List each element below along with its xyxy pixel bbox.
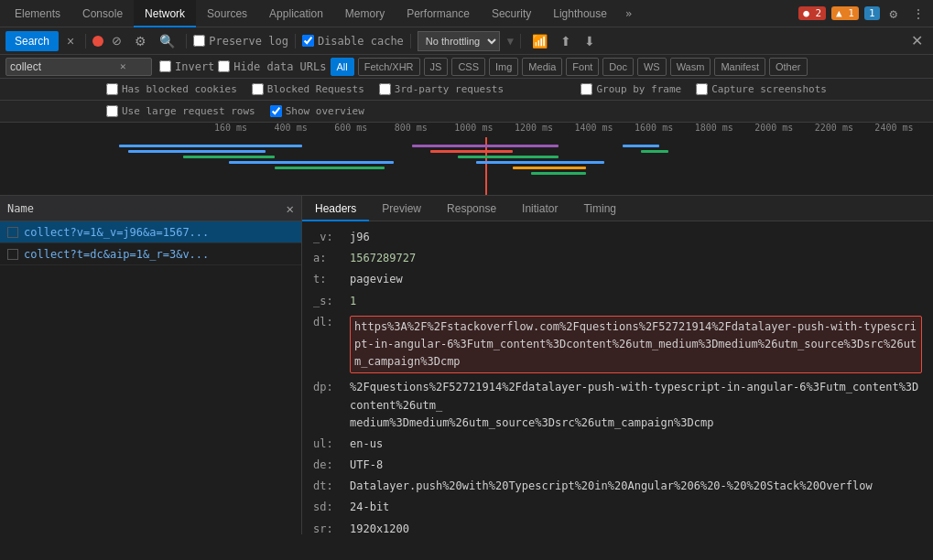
- export-icon[interactable]: ⬇: [580, 33, 600, 49]
- request-item-2[interactable]: collect?t=dc&aip=1&_r=3&v...: [0, 243, 301, 265]
- param-key-a: a:: [313, 250, 350, 267]
- timeline-bar-3: [183, 156, 275, 158]
- request-item-1[interactable]: collect?v=1&_v=j96&a=1567...: [0, 221, 301, 243]
- close-panel-icon[interactable]: ✕: [906, 32, 928, 50]
- hide-data-urls-checkbox[interactable]: [218, 60, 230, 72]
- tab-lighthouse[interactable]: Lighthouse: [542, 0, 618, 27]
- timeline-bar-9: [476, 161, 604, 164]
- type-fetch-xhr[interactable]: Fetch/XHR: [358, 58, 420, 76]
- tab-network[interactable]: Network: [134, 0, 196, 27]
- type-manifest[interactable]: Manifest: [714, 58, 765, 76]
- network-toolbar: Search × ⊘ ⚙ 🔍 Preserve log Disable cach…: [0, 27, 933, 55]
- filter-button[interactable]: ⚙: [130, 33, 151, 49]
- blocked-requests-checkbox[interactable]: [252, 83, 264, 95]
- tab-security[interactable]: Security: [481, 0, 542, 27]
- invert-checkbox[interactable]: [159, 60, 171, 72]
- type-ws[interactable]: WS: [637, 58, 667, 76]
- param-key-dl: dl:: [313, 314, 350, 331]
- param-val-a: 1567289727: [350, 250, 416, 267]
- search-button[interactable]: Search: [5, 31, 59, 51]
- timeline-bar-12: [623, 145, 659, 147]
- preserve-log-label: Preserve log: [209, 35, 288, 48]
- more-tabs-icon[interactable]: »: [618, 7, 639, 20]
- param-row-dt: dt: Datalayer.push%20with%20Typescript%2…: [313, 476, 922, 497]
- request-checkbox-1[interactable]: [7, 227, 18, 238]
- import-icon[interactable]: ⬆: [556, 33, 576, 49]
- type-wasm[interactable]: Wasm: [670, 58, 711, 76]
- timeline-label-1800: 1800 ms: [693, 123, 754, 137]
- clear-button[interactable]: ⊘: [107, 33, 126, 48]
- param-val-s: 1: [350, 293, 356, 310]
- tab-console[interactable]: Console: [71, 0, 134, 27]
- timeline-label-1600: 1600 ms: [633, 123, 693, 137]
- timeline-label-1400: 1400 ms: [572, 123, 633, 137]
- capture-screenshots-checkbox[interactable]: [696, 83, 708, 95]
- details-content: _v: j96 a: 1567289727 t: pageview _s: 1 …: [302, 221, 933, 534]
- group-by-frame-checkbox[interactable]: [580, 83, 592, 95]
- separator-5: [520, 34, 521, 48]
- use-large-rows-checkbox[interactable]: [106, 105, 118, 117]
- close-search-button[interactable]: ×: [62, 33, 79, 49]
- third-party-label: 3rd-party requests: [395, 83, 504, 95]
- type-other[interactable]: Other: [769, 58, 808, 76]
- timeline: 160 ms 400 ms 600 ms 800 ms 1000 ms 1200…: [0, 123, 933, 196]
- param-key-sd: sd:: [313, 499, 350, 516]
- hide-data-urls-group: Hide data URLs: [218, 60, 326, 73]
- type-js[interactable]: JS: [424, 58, 449, 76]
- param-val-dl: https%3A%2F%2Fstackoverflow.com%2Fquesti…: [354, 320, 917, 368]
- timeline-label-1200: 1200 ms: [513, 123, 573, 137]
- disable-cache-checkbox[interactable]: [302, 35, 314, 47]
- tab-performance[interactable]: Performance: [396, 0, 481, 27]
- timeline-bar-10: [513, 167, 586, 169]
- type-doc[interactable]: Doc: [602, 58, 634, 76]
- wifi-icon[interactable]: 📶: [527, 33, 552, 49]
- type-img[interactable]: Img: [489, 58, 518, 76]
- tab-memory[interactable]: Memory: [334, 0, 396, 27]
- has-blocked-cookies-checkbox[interactable]: [106, 83, 118, 95]
- tab-application[interactable]: Application: [258, 0, 334, 27]
- type-all[interactable]: All: [331, 58, 354, 76]
- settings-icon[interactable]: ⚙: [885, 5, 902, 22]
- details-tab-response[interactable]: Response: [434, 196, 509, 221]
- tab-sources[interactable]: Sources: [196, 0, 258, 27]
- type-media[interactable]: Media: [522, 58, 562, 76]
- search-icon[interactable]: 🔍: [155, 33, 179, 49]
- preserve-log-group: Preserve log: [193, 35, 288, 48]
- group-by-frame-item: Group by frame: [580, 83, 681, 95]
- request-checkbox-2[interactable]: [7, 249, 18, 260]
- details-tab-preview[interactable]: Preview: [369, 196, 434, 221]
- timeline-bar-8: [458, 156, 559, 158]
- throttle-select[interactable]: No throttling: [418, 31, 500, 51]
- filter-input[interactable]: [10, 60, 120, 73]
- param-val-ul: en-us: [350, 436, 383, 453]
- record-button[interactable]: [92, 36, 103, 47]
- close-details-button[interactable]: ✕: [287, 201, 294, 216]
- blocked-requests-label: Blocked Requests: [267, 83, 364, 95]
- devtools-badges: ● 2 ▲ 1 1 ⚙ ⋮: [798, 5, 929, 22]
- show-overview-item: Show overview: [270, 105, 364, 117]
- third-party-checkbox[interactable]: [379, 83, 391, 95]
- details-tab-initiator[interactable]: Initiator: [509, 196, 570, 221]
- timeline-label-2400: 2400 ms: [873, 123, 933, 137]
- timeline-label-160: 160 ms: [212, 123, 273, 137]
- type-font[interactable]: Font: [566, 58, 599, 76]
- more-options-icon[interactable]: ⋮: [907, 5, 929, 22]
- details-tab-timing[interactable]: Timing: [570, 196, 629, 221]
- filter-input-wrap: ✕: [5, 58, 152, 76]
- use-large-rows-item: Use large request rows: [106, 105, 255, 117]
- param-val-dt: Datalayer.push%20with%20Typescript%20in%…: [350, 478, 873, 495]
- group-by-frame-label: Group by frame: [596, 83, 681, 95]
- param-key-dt: dt:: [313, 478, 350, 495]
- tab-elements[interactable]: Elements: [4, 0, 71, 27]
- type-css[interactable]: CSS: [451, 58, 485, 76]
- hide-data-urls-label: Hide data URLs: [233, 60, 326, 73]
- filter-clear-button[interactable]: ✕: [120, 60, 126, 72]
- param-val-v: j96: [350, 229, 370, 246]
- show-overview-checkbox[interactable]: [270, 105, 282, 117]
- details-tab-headers[interactable]: Headers: [302, 196, 369, 221]
- separator-1: [85, 34, 86, 48]
- preserve-log-checkbox[interactable]: [193, 35, 205, 47]
- overview-row: Use large request rows Show overview: [0, 101, 933, 123]
- param-row-sr: sr: 1920x1200: [313, 519, 922, 534]
- param-row-dl: dl: https%3A%2F%2Fstackoverflow.com%2Fqu…: [313, 312, 922, 378]
